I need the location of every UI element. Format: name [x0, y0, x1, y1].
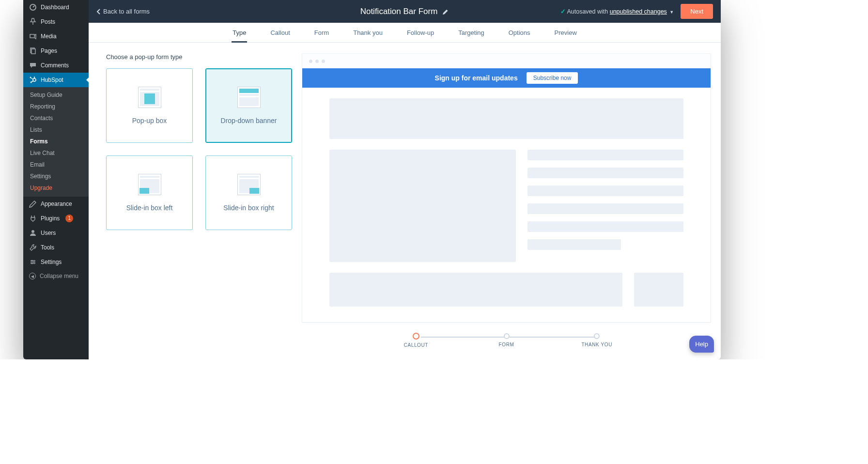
sidebar-item-hubspot[interactable]: HubSpot: [23, 73, 89, 87]
mock-text-lines: [527, 150, 683, 262]
sidebar-item-label: Settings: [41, 259, 62, 265]
sidebar-sub-lists[interactable]: Lists: [23, 124, 89, 136]
sidebar-sub-contacts[interactable]: Contacts: [23, 112, 89, 124]
help-button[interactable]: Help: [689, 336, 714, 353]
sidebar-sub-live-chat[interactable]: Live Chat: [23, 147, 89, 159]
banner-subscribe-button[interactable]: Subscribe now: [527, 72, 578, 84]
tab-preview[interactable]: Preview: [554, 23, 578, 42]
editor-topbar: Back to all forms Notification Bar Form …: [89, 0, 721, 23]
type-cards-grid: Pop-up box Drop-down banner Slide-in box…: [106, 68, 292, 230]
sidebar-item-users[interactable]: Users: [23, 226, 89, 240]
type-card-label: Slide-in box right: [223, 204, 274, 212]
step-label: FORM: [499, 342, 514, 347]
plugins-badge: 1: [65, 215, 73, 222]
stepper-line: [509, 337, 597, 338]
type-card-label: Pop-up box: [132, 117, 167, 124]
dot-icon: [309, 60, 312, 63]
sidebar-item-collapse[interactable]: ◄ Collapse menu: [23, 269, 89, 283]
main-panel: Back to all forms Notification Bar Form …: [89, 0, 721, 359]
type-card-slide-left[interactable]: Slide-in box left: [106, 155, 193, 230]
autosave-link: unpublished changes: [610, 8, 667, 15]
svg-point-5: [30, 77, 31, 78]
sidebar-item-label: Media: [41, 33, 57, 40]
sidebar-item-tools[interactable]: Tools: [23, 240, 89, 255]
sidebar-sub-email[interactable]: Email: [23, 159, 89, 170]
sidebar-item-label: Comments: [41, 62, 69, 69]
type-card-label: Drop-down banner: [221, 117, 277, 124]
edit-title-button[interactable]: [442, 8, 449, 15]
content-row: Choose a pop-up form type Pop-up box Dro…: [89, 43, 721, 359]
editor-tabs: Type Callout Form Thank you Follow-up Ta…: [89, 23, 721, 43]
type-card-dropdown[interactable]: Drop-down banner: [205, 68, 292, 143]
svg-point-11: [31, 263, 33, 264]
pages-icon: [29, 47, 37, 55]
sidebar-item-pages[interactable]: Pages: [23, 44, 89, 58]
stepper-line: [421, 337, 507, 338]
mock-block: [329, 273, 622, 307]
svg-point-6: [31, 82, 32, 83]
preview-stepper: CALLOUT FORM THANK YOU: [302, 333, 711, 348]
settings-icon: [29, 258, 37, 266]
form-title: Notification Bar Form: [360, 7, 438, 16]
back-to-forms-link[interactable]: Back to all forms: [96, 8, 150, 15]
sidebar-item-appearance[interactable]: Appearance: [23, 197, 89, 211]
next-button[interactable]: Next: [681, 4, 713, 19]
autosave-status[interactable]: ✓ Autosaved with unpublished changes ▼: [560, 8, 674, 15]
mock-hero-block: [329, 98, 683, 139]
tab-follow-up[interactable]: Follow-up: [406, 23, 435, 42]
tab-options[interactable]: Options: [508, 23, 531, 42]
back-label: Back to all forms: [103, 8, 150, 15]
mock-line: [527, 203, 683, 214]
sidebar-sub-forms[interactable]: Forms: [23, 136, 89, 147]
pin-icon: [29, 18, 37, 26]
sidebar-item-dashboard[interactable]: Dashboard: [23, 0, 89, 15]
sidebar-submenu: Setup Guide Reporting Contacts Lists For…: [23, 87, 89, 197]
tab-type[interactable]: Type: [232, 23, 247, 42]
popup-thumb-icon: [138, 87, 161, 108]
sidebar-item-posts[interactable]: Posts: [23, 15, 89, 29]
sidebar-item-comments[interactable]: Comments: [23, 58, 89, 73]
step-callout[interactable]: CALLOUT: [371, 333, 462, 348]
topbar-right: ✓ Autosaved with unpublished changes ▼ N…: [560, 4, 713, 19]
mock-line: [527, 168, 683, 178]
sidebar-item-label: Tools: [41, 244, 54, 251]
dashboard-icon: [29, 3, 37, 11]
sidebar-item-label: Appearance: [41, 201, 72, 207]
preview-browser: Sign up for email updates Subscribe now: [302, 53, 711, 323]
sidebar-sub-setup-guide[interactable]: Setup Guide: [23, 89, 89, 101]
sidebar-item-label: Collapse menu: [40, 273, 78, 279]
comments-icon: [29, 62, 37, 69]
type-card-slide-right[interactable]: Slide-in box right: [205, 155, 292, 230]
tab-callout[interactable]: Callout: [269, 23, 291, 42]
chevron-left-icon: [96, 9, 101, 15]
step-thank-you[interactable]: THANK YOU: [552, 333, 642, 347]
appearance-icon: [29, 200, 37, 208]
sidebar-item-settings[interactable]: Settings: [23, 255, 89, 269]
tab-targeting[interactable]: Targeting: [457, 23, 485, 42]
sidebar-sub-reporting[interactable]: Reporting: [23, 101, 89, 112]
sidebar-item-media[interactable]: Media: [23, 29, 89, 44]
sidebar-sub-settings[interactable]: Settings: [23, 170, 89, 182]
mock-line: [527, 221, 683, 232]
step-form[interactable]: FORM: [461, 333, 552, 347]
svg-point-9: [31, 260, 33, 262]
form-title-wrap: Notification Bar Form: [360, 7, 450, 16]
sidebar-item-label: HubSpot: [41, 77, 63, 83]
tab-thank-you[interactable]: Thank you: [352, 23, 384, 42]
tab-form[interactable]: Form: [313, 23, 330, 42]
mock-line: [527, 239, 621, 250]
step-circle-icon: [504, 333, 510, 339]
step-circle-icon: [413, 333, 419, 340]
hubspot-icon: [29, 76, 37, 84]
sidebar-item-label: Plugins: [41, 215, 60, 222]
sidebar-sub-upgrade[interactable]: Upgrade: [23, 182, 89, 194]
section-heading: Choose a pop-up form type: [106, 53, 292, 61]
sidebar-item-label: Pages: [41, 47, 57, 54]
type-card-popup[interactable]: Pop-up box: [106, 68, 193, 143]
dot-icon: [322, 60, 325, 63]
sidebar-item-plugins[interactable]: Plugins 1: [23, 211, 89, 226]
tools-icon: [29, 244, 37, 251]
check-icon: ✓: [560, 8, 566, 15]
caret-down-icon: ▼: [669, 10, 674, 15]
dropdown-thumb-icon: [237, 87, 261, 108]
